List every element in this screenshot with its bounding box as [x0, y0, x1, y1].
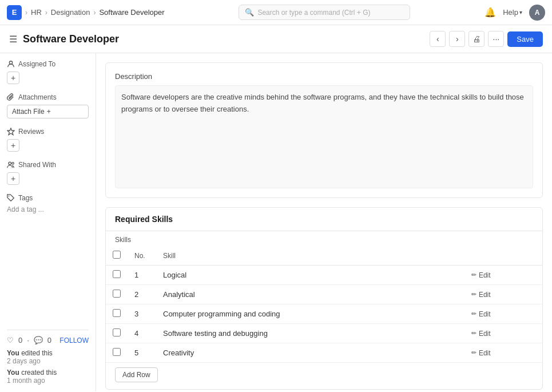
table-row: 2 Analytical ✏ Edit [106, 285, 542, 304]
add-shared-with-button[interactable]: + [7, 172, 19, 185]
save-button[interactable]: Save [507, 31, 543, 47]
row-checkbox-cell [106, 285, 128, 304]
next-button[interactable]: › [449, 31, 465, 47]
table-row: 4 Software testing and debugging ✏ Edit [106, 324, 542, 343]
skills-sublabel: Skills [106, 231, 542, 246]
edit-button[interactable]: ✏ Edit [471, 310, 491, 318]
search-icon: 🔍 [245, 8, 254, 17]
edit-button[interactable]: ✏ Edit [471, 291, 491, 299]
shared-with-label: Shared With [7, 161, 89, 169]
row-skill: Analytical [156, 285, 464, 304]
edit-label: Edit [479, 310, 491, 318]
row-checkbox[interactable] [113, 270, 121, 278]
search-area: 🔍 Search or type a command (Ctrl + G) [239, 5, 410, 20]
row-no: 3 [128, 304, 156, 324]
attachments-label: Attachments [7, 93, 89, 101]
print-button[interactable]: 🖨 [468, 31, 485, 47]
row-checkbox-cell [106, 304, 128, 324]
breadcrumb-designation[interactable]: Designation [51, 8, 90, 17]
svg-point-0 [9, 61, 12, 64]
add-row-button[interactable]: Add Row [115, 367, 158, 382]
more-button[interactable]: ··· [488, 31, 504, 47]
description-card: Description Software developers are the … [105, 62, 543, 198]
activity-who-2: You [7, 369, 19, 377]
description-label: Description [115, 72, 533, 81]
row-checkbox[interactable] [113, 309, 121, 317]
activity-action-2: created this [21, 369, 57, 377]
notifications-button[interactable]: 🔔 [485, 7, 496, 18]
row-skill: Computer programming and coding [156, 304, 464, 324]
activity-time-1: 2 days ago [7, 357, 41, 365]
row-edit-cell: ✏ Edit [464, 285, 542, 304]
sidebar: Assigned To + Attachments Attach File + [0, 53, 96, 391]
skills-title: Required Skills [115, 215, 533, 224]
row-no: 4 [128, 324, 156, 343]
breadcrumb-current: Software Developer [99, 8, 164, 17]
edit-pencil-icon: ✏ [471, 291, 476, 298]
row-skill: Creativity [156, 343, 464, 363]
edit-pencil-icon: ✏ [471, 271, 476, 279]
activity-entry-2: You created this 1 month ago [7, 369, 89, 385]
row-checkbox[interactable] [113, 348, 121, 356]
breadcrumb-sep-2: › [45, 9, 47, 17]
add-tag-link[interactable]: Add a tag ... [7, 205, 89, 213]
svg-marker-1 [7, 128, 14, 135]
row-no: 2 [128, 285, 156, 304]
reviews-label: Reviews [7, 128, 89, 136]
main-layout: Assigned To + Attachments Attach File + [0, 53, 552, 391]
add-assigned-to-button[interactable]: + [7, 72, 19, 84]
edit-button[interactable]: ✏ Edit [471, 349, 491, 357]
help-chevron-icon: ▾ [519, 9, 522, 15]
page-title-row: ☰ Software Developer [9, 33, 119, 45]
search-box[interactable]: 🔍 Search or type a command (Ctrl + G) [239, 5, 410, 20]
row-checkbox[interactable] [113, 290, 121, 298]
tags-section: Tags Add a tag ... [7, 194, 89, 213]
row-no: 5 [128, 343, 156, 363]
reviews-section: Reviews + [7, 128, 89, 152]
edit-label: Edit [479, 349, 491, 357]
row-checkbox[interactable] [113, 328, 121, 336]
edit-label: Edit [479, 291, 491, 299]
add-reviews-button[interactable]: + [7, 139, 19, 152]
assigned-to-label: Assigned To [7, 60, 89, 68]
attach-file-button[interactable]: Attach File + [7, 105, 89, 118]
row-skill: Logical [156, 266, 464, 285]
group-icon [7, 161, 15, 169]
skills-table-wrapper: Skills No. Skill 1 [106, 231, 542, 389]
edit-label: Edit [479, 330, 491, 338]
svg-point-2 [9, 162, 11, 164]
skills-header: Required Skills [106, 208, 542, 231]
avatar[interactable]: A [529, 5, 545, 21]
person-icon [7, 60, 15, 68]
page-actions: ‹ › 🖨 ··· Save [430, 31, 543, 47]
follow-button[interactable]: FOLLOW [59, 336, 89, 345]
table-row: 3 Computer programming and coding ✏ Edit [106, 304, 542, 324]
search-placeholder: Search or type a command (Ctrl + G) [257, 9, 370, 17]
edit-pencil-icon: ✏ [471, 349, 476, 357]
page-title: Software Developer [23, 33, 119, 45]
row-edit-cell: ✏ Edit [464, 343, 542, 363]
breadcrumb-hr[interactable]: HR [31, 8, 42, 17]
skills-table: No. Skill 1 Logical ✏ Edit 2 Analytical [106, 246, 542, 363]
table-row: 1 Logical ✏ Edit [106, 266, 542, 285]
attachments-section: Attachments Attach File + [7, 93, 89, 118]
edit-pencil-icon: ✏ [471, 330, 476, 337]
breadcrumb-area: E › HR › Designation › Software Develope… [7, 5, 165, 20]
sidebar-bottom: ♡ 0 · 💬 0 FOLLOW You edited this 2 days … [7, 330, 89, 385]
help-button[interactable]: Help ▾ [503, 8, 522, 17]
edit-button[interactable]: ✏ Edit [471, 271, 491, 279]
attach-plus-icon: + [47, 108, 51, 116]
select-all-checkbox[interactable] [113, 251, 121, 259]
activity-time-2: 1 month ago [7, 377, 45, 385]
row-skill: Software testing and debugging [156, 324, 464, 343]
row-checkbox-cell [106, 343, 128, 363]
comments-count: 0 [47, 336, 51, 345]
hamburger-button[interactable]: ☰ [9, 34, 17, 45]
prev-button[interactable]: ‹ [430, 31, 446, 47]
row-checkbox-cell [106, 324, 128, 343]
edit-button[interactable]: ✏ Edit [471, 330, 491, 338]
col-skill: Skill [156, 246, 464, 266]
activity-action-1: edited this [21, 349, 53, 357]
app-icon[interactable]: E [7, 5, 22, 20]
likes-count: 0 [18, 336, 22, 345]
